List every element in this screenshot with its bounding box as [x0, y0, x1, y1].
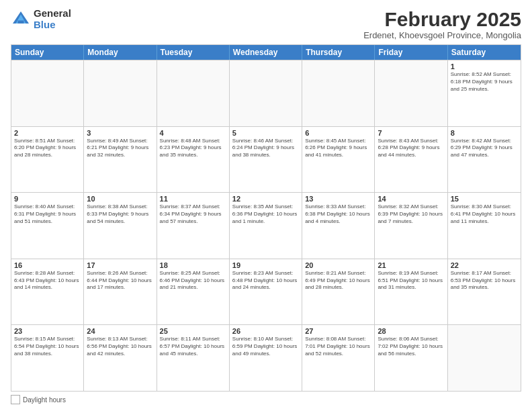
day-info: Sunrise: 8:40 AM Sunset: 6:31 PM Dayligh…	[14, 203, 81, 225]
calendar-cell	[157, 60, 230, 126]
day-info: Sunrise: 8:49 AM Sunset: 6:21 PM Dayligh…	[87, 138, 153, 159]
day-number: 2	[14, 129, 81, 137]
legend-box-daylight	[11, 395, 20, 404]
day-number: 11	[160, 195, 226, 203]
calendar-week-5: 23Sunrise: 8:15 AM Sunset: 6:54 PM Dayli…	[11, 324, 521, 391]
header-cell-wednesday: Wednesday	[230, 45, 302, 60]
calendar-cell: 9Sunrise: 8:40 AM Sunset: 6:31 PM Daylig…	[11, 193, 84, 259]
calendar-cell: 27Sunrise: 8:08 AM Sunset: 7:01 PM Dayli…	[302, 325, 375, 391]
day-number: 4	[160, 129, 226, 137]
day-number: 25	[160, 327, 226, 335]
subtitle: Erdenet, Khoevsgoel Province, Mongolia	[363, 30, 521, 40]
day-info: Sunrise: 8:06 AM Sunset: 7:02 PM Dayligh…	[378, 336, 444, 357]
logo-text: General Blue	[34, 8, 71, 30]
header-cell-saturday: Saturday	[448, 45, 521, 60]
calendar-week-3: 9Sunrise: 8:40 AM Sunset: 6:31 PM Daylig…	[11, 192, 521, 259]
day-info: Sunrise: 8:48 AM Sunset: 6:23 PM Dayligh…	[160, 138, 226, 159]
day-number: 9	[14, 195, 81, 203]
calendar-cell: 15Sunrise: 8:30 AM Sunset: 6:41 PM Dayli…	[448, 193, 521, 259]
calendar-cell: 10Sunrise: 8:38 AM Sunset: 6:33 PM Dayli…	[84, 193, 157, 259]
calendar-cell: 24Sunrise: 8:13 AM Sunset: 6:56 PM Dayli…	[84, 325, 157, 391]
calendar-cell: 18Sunrise: 8:25 AM Sunset: 6:46 PM Dayli…	[157, 259, 230, 325]
calendar-cell: 8Sunrise: 8:42 AM Sunset: 6:29 PM Daylig…	[448, 127, 521, 193]
day-number: 21	[378, 261, 444, 269]
logo-blue-text: Blue	[34, 19, 71, 31]
day-number: 20	[305, 261, 371, 269]
calendar-cell: 17Sunrise: 8:26 AM Sunset: 6:44 PM Dayli…	[84, 259, 157, 325]
calendar-cell	[302, 60, 375, 126]
day-number: 12	[232, 195, 299, 203]
day-info: Sunrise: 8:11 AM Sunset: 6:57 PM Dayligh…	[160, 336, 226, 357]
day-info: Sunrise: 8:37 AM Sunset: 6:34 PM Dayligh…	[160, 203, 226, 225]
day-info: Sunrise: 8:19 AM Sunset: 6:51 PM Dayligh…	[378, 270, 444, 291]
day-info: Sunrise: 8:13 AM Sunset: 6:56 PM Dayligh…	[87, 336, 153, 357]
calendar-cell: 25Sunrise: 8:11 AM Sunset: 6:57 PM Dayli…	[157, 325, 230, 391]
day-info: Sunrise: 8:32 AM Sunset: 6:39 PM Dayligh…	[378, 203, 444, 225]
day-info: Sunrise: 8:52 AM Sunset: 6:18 PM Dayligh…	[451, 71, 518, 93]
legend-item-daylight: Daylight hours	[11, 395, 66, 404]
daylight-label: Daylight hours	[23, 396, 66, 404]
calendar-week-4: 16Sunrise: 8:28 AM Sunset: 6:43 PM Dayli…	[11, 259, 521, 325]
day-info: Sunrise: 8:28 AM Sunset: 6:43 PM Dayligh…	[14, 270, 81, 291]
day-info: Sunrise: 8:42 AM Sunset: 6:29 PM Dayligh…	[451, 138, 518, 159]
calendar-cell: 23Sunrise: 8:15 AM Sunset: 6:54 PM Dayli…	[11, 325, 84, 391]
day-info: Sunrise: 8:08 AM Sunset: 7:01 PM Dayligh…	[305, 336, 371, 357]
calendar-cell	[84, 60, 157, 126]
calendar-body: 1Sunrise: 8:52 AM Sunset: 6:18 PM Daylig…	[11, 60, 521, 391]
logo-icon	[11, 9, 31, 30]
day-number: 5	[232, 129, 299, 137]
header-cell-friday: Friday	[375, 45, 447, 60]
day-number: 23	[14, 327, 81, 335]
calendar-header-row: SundayMondayTuesdayWednesdayThursdayFrid…	[11, 45, 521, 60]
calendar-cell: 2Sunrise: 8:51 AM Sunset: 6:20 PM Daylig…	[11, 127, 84, 193]
calendar-cell: 14Sunrise: 8:32 AM Sunset: 6:39 PM Dayli…	[375, 193, 447, 259]
calendar-cell: 4Sunrise: 8:48 AM Sunset: 6:23 PM Daylig…	[157, 127, 230, 193]
logo: General Blue	[11, 8, 71, 30]
calendar-cell: 26Sunrise: 8:10 AM Sunset: 6:59 PM Dayli…	[230, 325, 302, 391]
calendar-cell: 16Sunrise: 8:28 AM Sunset: 6:43 PM Dayli…	[11, 259, 84, 325]
day-number: 7	[378, 129, 444, 137]
day-number: 24	[87, 327, 153, 335]
day-info: Sunrise: 8:15 AM Sunset: 6:54 PM Dayligh…	[14, 336, 81, 357]
main-title: February 2025	[363, 8, 521, 30]
calendar-cell: 3Sunrise: 8:49 AM Sunset: 6:21 PM Daylig…	[84, 127, 157, 193]
day-number: 8	[451, 129, 518, 137]
calendar-week-1: 1Sunrise: 8:52 AM Sunset: 6:18 PM Daylig…	[11, 60, 521, 126]
day-number: 15	[451, 195, 518, 203]
day-info: Sunrise: 8:25 AM Sunset: 6:46 PM Dayligh…	[160, 270, 226, 291]
day-info: Sunrise: 8:30 AM Sunset: 6:41 PM Dayligh…	[451, 203, 518, 225]
calendar-cell: 11Sunrise: 8:37 AM Sunset: 6:34 PM Dayli…	[157, 193, 230, 259]
calendar-cell: 28Sunrise: 8:06 AM Sunset: 7:02 PM Dayli…	[375, 325, 447, 391]
calendar-cell: 22Sunrise: 8:17 AM Sunset: 6:53 PM Dayli…	[448, 259, 521, 325]
day-info: Sunrise: 8:38 AM Sunset: 6:33 PM Dayligh…	[87, 203, 153, 225]
calendar-cell	[448, 325, 521, 391]
header-cell-thursday: Thursday	[302, 45, 375, 60]
calendar-cell: 21Sunrise: 8:19 AM Sunset: 6:51 PM Dayli…	[375, 259, 447, 325]
header-cell-monday: Monday	[84, 45, 157, 60]
day-info: Sunrise: 8:26 AM Sunset: 6:44 PM Dayligh…	[87, 270, 153, 291]
calendar-cell: 1Sunrise: 8:52 AM Sunset: 6:18 PM Daylig…	[448, 60, 521, 126]
footer: Daylight hours	[11, 395, 521, 404]
calendar-cell	[11, 60, 84, 126]
calendar-cell: 20Sunrise: 8:21 AM Sunset: 6:49 PM Dayli…	[302, 259, 375, 325]
day-number: 10	[87, 195, 153, 203]
header-cell-tuesday: Tuesday	[157, 45, 230, 60]
day-info: Sunrise: 8:46 AM Sunset: 6:24 PM Dayligh…	[232, 138, 299, 159]
day-info: Sunrise: 8:43 AM Sunset: 6:28 PM Dayligh…	[378, 138, 444, 159]
calendar-cell: 19Sunrise: 8:23 AM Sunset: 6:48 PM Dayli…	[230, 259, 302, 325]
day-number: 22	[451, 261, 518, 269]
calendar-cell: 13Sunrise: 8:33 AM Sunset: 6:38 PM Dayli…	[302, 193, 375, 259]
calendar-cell: 5Sunrise: 8:46 AM Sunset: 6:24 PM Daylig…	[230, 127, 302, 193]
header-cell-sunday: Sunday	[11, 45, 84, 60]
day-info: Sunrise: 8:23 AM Sunset: 6:48 PM Dayligh…	[232, 270, 299, 291]
day-number: 18	[160, 261, 226, 269]
day-number: 14	[378, 195, 444, 203]
day-info: Sunrise: 8:17 AM Sunset: 6:53 PM Dayligh…	[451, 270, 518, 291]
page: General Blue February 2025 Erdenet, Khoe…	[0, 0, 532, 411]
header: General Blue February 2025 Erdenet, Khoe…	[11, 8, 521, 40]
calendar-week-2: 2Sunrise: 8:51 AM Sunset: 6:20 PM Daylig…	[11, 126, 521, 193]
day-number: 26	[232, 327, 299, 335]
day-number: 28	[378, 327, 444, 335]
calendar-cell: 6Sunrise: 8:45 AM Sunset: 6:26 PM Daylig…	[302, 127, 375, 193]
logo-general-text: General	[34, 8, 71, 19]
